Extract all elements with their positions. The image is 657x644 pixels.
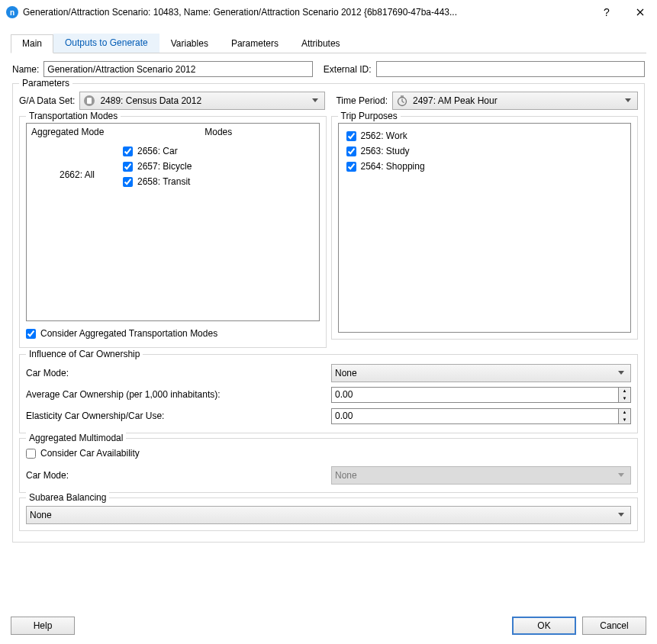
- clock-icon: [396, 95, 408, 107]
- spin-down-icon[interactable]: ▼: [619, 394, 630, 402]
- avg-ownership-spin[interactable]: ▲▼: [331, 387, 631, 403]
- mode-label: 2657: Bicycle: [137, 161, 192, 172]
- help-button[interactable]: ?: [590, 0, 623, 24]
- titlebar: n Generation/Attraction Scenario: 10483,…: [0, 0, 657, 24]
- avg-ownership-input[interactable]: [332, 388, 618, 402]
- ga-dataset-value: 2489: Census Data 2012: [100, 95, 304, 106]
- transportation-modes-group: Transportation Modes Aggregated Mode Mod…: [19, 116, 327, 348]
- chevron-down-icon: [309, 98, 321, 103]
- chevron-down-icon: [615, 371, 627, 375]
- car-mode-value: None: [335, 368, 610, 378]
- consider-car-availability-checkbox[interactable]: [26, 449, 36, 459]
- time-period-value: 2497: AM Peak Hour: [413, 95, 617, 106]
- tab-parameters[interactable]: Parameters: [220, 34, 290, 53]
- spin-down-icon[interactable]: ▼: [619, 416, 630, 423]
- trip-purposes-legend: Trip Purposes: [338, 111, 401, 121]
- column-aggregated-mode: Aggregated Mode: [27, 124, 118, 140]
- mm-car-mode-value: None: [335, 470, 610, 481]
- mm-car-mode-combo: None: [331, 466, 631, 485]
- consider-aggregated-label: Consider Aggregated Transportation Modes: [40, 328, 217, 339]
- mode-checkbox-car[interactable]: [123, 147, 133, 156]
- ok-button[interactable]: OK: [512, 617, 576, 635]
- external-id-label: External ID:: [324, 64, 372, 75]
- parameters-legend: Parameters: [19, 78, 72, 89]
- mode-row: 2657: Bicycle: [123, 159, 314, 174]
- close-button[interactable]: [623, 0, 657, 24]
- name-input[interactable]: [43, 61, 312, 77]
- elasticity-spin[interactable]: ▲▼: [331, 408, 631, 424]
- tab-main[interactable]: Main: [11, 34, 53, 53]
- parameters-fieldset: Parameters G/A Data Set: 2489: Census Da…: [12, 83, 645, 543]
- purpose-checkbox-study[interactable]: [346, 147, 356, 156]
- subarea-fieldset: Subarea Balancing None: [19, 497, 638, 531]
- purpose-checkbox-shopping[interactable]: [346, 162, 356, 172]
- subarea-combo[interactable]: None: [26, 506, 631, 524]
- purpose-row: 2564: Shopping: [346, 159, 623, 174]
- subarea-value: None: [30, 510, 610, 520]
- elasticity-input[interactable]: [332, 409, 618, 423]
- chevron-down-icon: [615, 513, 627, 517]
- car-mode-label: Car Mode:: [26, 368, 331, 378]
- trip-purposes-list: 2562: Work 2563: Study 2564: Shopping: [338, 123, 632, 333]
- consider-aggregated-checkbox[interactable]: [26, 329, 36, 339]
- modes-table: Aggregated Mode Modes 2662: All 2656: Ca…: [26, 123, 320, 321]
- window-title: Generation/Attraction Scenario: 10483, N…: [23, 7, 590, 18]
- influence-fieldset: Influence of Car Ownership Car Mode: Non…: [19, 354, 638, 433]
- tab-attributes[interactable]: Attributes: [290, 34, 352, 53]
- chevron-down-icon: [615, 473, 627, 478]
- mode-row: 2658: Transit: [123, 174, 314, 189]
- purpose-checkbox-work[interactable]: [346, 131, 356, 141]
- mode-row: 2656: Car: [123, 143, 314, 159]
- consider-car-availability-label: Consider Car Availability: [40, 448, 140, 459]
- influence-legend: Influence of Car Ownership: [26, 349, 143, 359]
- purpose-label: 2562: Work: [361, 130, 407, 141]
- multimodal-legend: Aggregated Multimodal: [26, 433, 126, 443]
- ga-dataset-combo[interactable]: 2489: Census Data 2012: [79, 92, 325, 110]
- time-period-label: Time Period:: [336, 95, 388, 106]
- purpose-row: 2563: Study: [346, 143, 623, 159]
- ga-dataset-label: G/A Data Set:: [19, 95, 75, 106]
- column-modes: Modes: [118, 124, 319, 140]
- purpose-label: 2563: Study: [361, 146, 410, 156]
- tab-strip: Main Outputs to Generate Variables Param…: [11, 34, 646, 53]
- multimodal-fieldset: Aggregated Multimodal Consider Car Avail…: [19, 438, 638, 493]
- time-period-combo[interactable]: 2497: AM Peak Hour: [392, 92, 638, 110]
- transportation-modes-legend: Transportation Modes: [26, 111, 121, 121]
- trip-purposes-group: Trip Purposes 2562: Work 2563: Study: [331, 116, 639, 340]
- cancel-button[interactable]: Cancel: [582, 617, 646, 635]
- dataset-icon: [83, 95, 95, 107]
- mode-checkbox-bicycle[interactable]: [123, 162, 133, 172]
- footer: Help OK Cancel: [11, 617, 646, 635]
- tab-variables[interactable]: Variables: [159, 34, 220, 53]
- aggregated-mode-value: 2662: All: [31, 143, 123, 189]
- help-button-footer[interactable]: Help: [11, 617, 75, 635]
- close-icon: [636, 8, 644, 16]
- external-id-input[interactable]: [376, 61, 645, 77]
- car-mode-combo[interactable]: None: [331, 364, 631, 382]
- purpose-label: 2564: Shopping: [361, 161, 425, 172]
- subarea-legend: Subarea Balancing: [26, 492, 109, 503]
- chevron-down-icon: [622, 98, 634, 103]
- mode-checkbox-transit[interactable]: [123, 177, 133, 187]
- spin-up-icon[interactable]: ▲: [619, 388, 630, 395]
- app-icon: n: [6, 6, 18, 18]
- mm-car-mode-label: Car Mode:: [26, 470, 331, 481]
- avg-ownership-label: Average Car Ownership (per 1,000 inhabit…: [26, 389, 331, 400]
- tab-outputs[interactable]: Outputs to Generate: [53, 34, 159, 53]
- svg-rect-1: [87, 98, 92, 104]
- name-label: Name:: [12, 64, 39, 75]
- mode-label: 2656: Car: [137, 146, 178, 156]
- purpose-row: 2562: Work: [346, 128, 623, 143]
- spin-up-icon[interactable]: ▲: [619, 409, 630, 417]
- mode-label: 2658: Transit: [137, 176, 190, 187]
- elasticity-label: Elasticity Car Ownership/Car Use:: [26, 411, 331, 421]
